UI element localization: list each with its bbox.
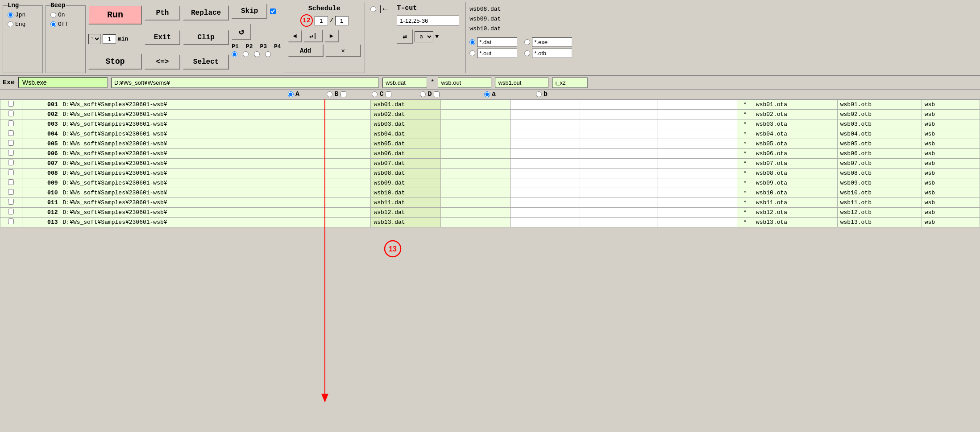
row-ota: wsb08.ota (756, 170, 787, 177)
tcut-section: T-cut ⇄ a ▼ (393, 2, 463, 73)
row-extra: wsb (925, 180, 935, 186)
row-ota: wsb05.ota (756, 140, 787, 147)
lng-jpn-label[interactable]: Jpn (8, 12, 38, 18)
row-otb: wsb02.otb (840, 111, 872, 118)
run-button[interactable]: Run (88, 5, 142, 25)
row-star: * (743, 180, 747, 186)
row-dat: wsb10.dat (374, 189, 405, 196)
col-c-radio[interactable] (372, 91, 378, 97)
refresh-button[interactable]: ↺ (232, 23, 251, 40)
row-extra: wsb (925, 219, 935, 226)
dat-radio[interactable] (469, 39, 475, 45)
beep-on-label[interactable]: On (50, 12, 81, 18)
extra-input[interactable] (552, 78, 588, 88)
path-input[interactable] (111, 78, 379, 88)
data-table: 001 D:¥Ws_soft¥Samples¥230601-wsb¥ wsb01… (0, 99, 980, 227)
x-button[interactable]: ✕ (325, 44, 361, 57)
lng-eng-label[interactable]: Eng (8, 21, 38, 28)
nav-jump-button[interactable]: ↵| (303, 29, 323, 42)
row-star: * (743, 219, 747, 226)
range-input[interactable] (397, 16, 459, 26)
select-button[interactable]: Select (183, 54, 229, 70)
min-input[interactable] (103, 34, 116, 44)
dat-path-input[interactable] (382, 78, 427, 88)
col-c-checkbox[interactable] (386, 91, 391, 97)
row-checkbox[interactable] (8, 218, 14, 224)
row-checkbox[interactable] (8, 199, 14, 205)
row-checkbox[interactable] (8, 160, 14, 165)
row-extra: wsb (925, 101, 935, 108)
stop-button[interactable]: Stop (88, 53, 142, 70)
schedule-num-input[interactable] (315, 16, 328, 25)
lng-legend: Lng (8, 2, 19, 9)
exe-input-field[interactable] (18, 77, 108, 88)
row-path: D:¥Ws_soft¥Samples¥230601-wsb¥ (63, 189, 167, 196)
row-star: * (743, 150, 747, 157)
p2-radio[interactable] (243, 51, 249, 57)
col-b-radio[interactable] (327, 91, 332, 97)
row-ota: wsb11.ota (756, 199, 787, 206)
lng-eng-radio[interactable] (8, 21, 13, 27)
schedule-val2-input[interactable] (335, 16, 349, 25)
p4-radio[interactable] (265, 51, 271, 57)
exe-radio[interactable] (524, 39, 530, 45)
col-a-radio[interactable] (288, 91, 294, 97)
row-otb: wsb06.otb (840, 150, 872, 157)
nav-prev-button[interactable]: ◄ (288, 30, 302, 42)
clip-button[interactable]: Clip (183, 30, 229, 45)
row-checkbox[interactable] (8, 169, 14, 175)
table-row: 007 D:¥Ws_soft¥Samples¥230601-wsb¥ wsb07… (0, 159, 980, 169)
row-checkbox[interactable] (8, 120, 14, 126)
p1-radio[interactable] (232, 51, 237, 57)
p2-label: P2 (246, 43, 253, 50)
otb-radio[interactable] (524, 50, 530, 56)
schedule-title: Schedule (288, 5, 361, 12)
row-checkbox[interactable] (8, 209, 14, 214)
beep-on-radio[interactable] (50, 12, 56, 18)
pth-button[interactable]: Pth (145, 5, 180, 21)
col-b-header: B (315, 91, 358, 98)
table-row: 013 D:¥Ws_soft¥Samples¥230601-wsb¥ wsb13… (0, 218, 980, 227)
p3-radio[interactable] (254, 51, 260, 57)
skip-checkbox[interactable] (270, 8, 276, 14)
skip-button[interactable]: Skip (232, 4, 267, 19)
row-checkbox[interactable] (8, 111, 14, 116)
row-num: 003 (47, 121, 58, 128)
row-otb: wsb10.otb (840, 189, 872, 196)
row-checkbox[interactable] (8, 189, 14, 195)
out1-input[interactable] (438, 78, 491, 88)
row-checkbox[interactable] (8, 150, 14, 156)
row-dat: wsb12.dat (374, 209, 405, 216)
row-checkbox[interactable] (8, 140, 14, 146)
arrow-button[interactable]: <=> (145, 54, 180, 70)
exit-button[interactable]: Exit (145, 30, 180, 45)
col-d-checkbox[interactable] (434, 91, 440, 97)
tcut-radio1[interactable] (370, 6, 376, 12)
col-a-small-radio[interactable] (484, 91, 490, 97)
replace-button[interactable]: Replace (183, 5, 229, 21)
out-input[interactable] (477, 49, 517, 58)
beep-off-label[interactable]: Off (50, 21, 81, 28)
add-button[interactable]: Add (288, 44, 324, 57)
swap-select[interactable]: a (415, 31, 433, 42)
col-d-radio[interactable] (420, 91, 426, 97)
beep-on-text: On (58, 12, 65, 18)
dat-input[interactable] (477, 37, 517, 47)
table-row: 005 D:¥Ws_soft¥Samples¥230601-wsb¥ wsb05… (0, 139, 980, 149)
nav-next-button[interactable]: ► (324, 30, 339, 42)
row-otb: wsb13.otb (840, 219, 872, 226)
swap-icon-button[interactable]: ⇄ (397, 29, 413, 44)
col-b-small-radio[interactable] (536, 91, 542, 97)
col-b-checkbox[interactable] (341, 91, 346, 97)
row-checkbox[interactable] (8, 130, 14, 136)
min-dropdown[interactable]: ▼ (88, 34, 101, 44)
row-checkbox[interactable] (8, 101, 14, 107)
row-checkbox[interactable] (8, 179, 14, 185)
row-num: 009 (47, 180, 58, 186)
out2-input[interactable] (495, 78, 548, 88)
beep-off-radio[interactable] (50, 21, 56, 27)
exe-input[interactable] (532, 37, 572, 47)
otb-input[interactable] (532, 49, 572, 58)
lng-jpn-radio[interactable] (8, 12, 13, 18)
out-radio[interactable] (469, 50, 475, 56)
